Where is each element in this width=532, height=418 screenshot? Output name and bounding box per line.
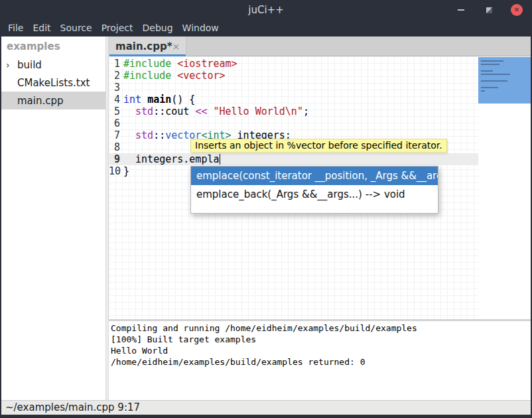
terminal-line: Hello World bbox=[111, 345, 531, 356]
code-text: int main() { bbox=[123, 94, 195, 105]
close-icon: ✕ bbox=[514, 4, 519, 16]
editor-line-3[interactable]: 3 bbox=[109, 82, 478, 94]
autocomplete-popup: emplace(const_iterator __position, _Args… bbox=[190, 166, 438, 214]
minimize-button[interactable] bbox=[455, 4, 467, 16]
line-number: 9 bbox=[109, 153, 123, 165]
minimap-code-line bbox=[481, 70, 493, 72]
code-text: #include <iostream> bbox=[123, 58, 237, 70]
editor-line-1[interactable]: 1#include <iostream> bbox=[109, 58, 478, 70]
editor-pane: main.cpp* × 1#include <iostream>2#includ… bbox=[109, 36, 531, 400]
file-tree: ›buildCMakeLists.txtmain.cpp bbox=[1, 56, 105, 109]
terminal-line: [100%] Built target examples bbox=[111, 334, 531, 345]
restore-icon bbox=[486, 7, 492, 13]
file-tree-sidebar: examples ›buildCMakeLists.txtmain.cpp bbox=[1, 36, 105, 400]
minimap-code-line bbox=[481, 64, 499, 65]
terminal-panel[interactable]: Compiling and running /home/eidheim/exam… bbox=[109, 321, 531, 400]
window-title: juCi++ bbox=[0, 0, 532, 20]
minimap-code-line bbox=[481, 80, 507, 82]
tab-main-cpp[interactable]: main.cpp* × bbox=[109, 36, 186, 56]
status-file-position: ~/examples/main.cpp 9:17 bbox=[5, 401, 140, 413]
menu-debug[interactable]: Debug bbox=[143, 20, 173, 36]
editor-line-6[interactable]: 6 bbox=[109, 117, 478, 129]
line-number: 5 bbox=[109, 105, 123, 117]
tab-close-icon[interactable]: × bbox=[172, 41, 180, 52]
tab-bar: main.cpp* × bbox=[109, 36, 531, 56]
line-number: 3 bbox=[109, 82, 123, 94]
minimap-code-line bbox=[481, 74, 510, 75]
line-number: 4 bbox=[109, 94, 123, 105]
minimap-code-line bbox=[481, 87, 498, 88]
editor-line-4[interactable]: 4int main() { bbox=[109, 94, 478, 105]
project-name: examples bbox=[1, 36, 105, 56]
line-number: 8 bbox=[109, 141, 123, 153]
close-button[interactable]: ✕ bbox=[511, 4, 523, 16]
menu-source[interactable]: Source bbox=[60, 20, 92, 36]
line-number: 10 bbox=[109, 165, 123, 177]
editor-line-5[interactable]: 5 std::cout << "Hello World\n"; bbox=[109, 105, 478, 117]
sidebar-item-cmakelists-txt[interactable]: CMakeLists.txt bbox=[1, 74, 105, 92]
titlebar: juCi++ ✕ bbox=[0, 0, 532, 20]
code-text: std::cout << "Hello World\n"; bbox=[123, 105, 309, 117]
autocomplete-item[interactable]: emplace_back(_Args &&__args...) --> void bbox=[191, 185, 438, 204]
editor-lines: 1#include <iostream>2#include <vector>34… bbox=[109, 58, 478, 177]
menu-edit[interactable]: Edit bbox=[33, 20, 50, 36]
menu-bar: FileEditSourceProjectDebugWindow bbox=[0, 20, 532, 36]
line-number: 1 bbox=[109, 58, 123, 70]
doc-tooltip: Inserts an object in %vector before spec… bbox=[190, 139, 447, 153]
file-label: build bbox=[17, 59, 42, 71]
sidebar-item-build[interactable]: ›build bbox=[1, 56, 105, 74]
text-cursor bbox=[220, 154, 220, 165]
editor-line-9[interactable]: 9 integers.empla bbox=[109, 153, 478, 165]
restore-button[interactable] bbox=[483, 4, 495, 16]
line-number: 6 bbox=[109, 117, 123, 129]
menu-project[interactable]: Project bbox=[101, 20, 133, 36]
app-window: juCi++ ✕ FileEditSourceProjectDebugWindo… bbox=[0, 0, 532, 418]
window-controls: ✕ bbox=[455, 0, 523, 20]
tab-label: main.cpp* bbox=[115, 40, 172, 52]
line-number: 2 bbox=[109, 70, 123, 82]
code-text: integers.empla bbox=[123, 153, 220, 165]
file-label: main.cpp bbox=[17, 95, 64, 107]
minimize-icon bbox=[458, 9, 464, 11]
minimap-code-line bbox=[481, 60, 503, 62]
minimap-viewport[interactable] bbox=[478, 57, 531, 104]
minimap-code-line bbox=[481, 90, 485, 92]
chevron-right-icon[interactable]: › bbox=[6, 60, 17, 70]
editor-line-2[interactable]: 2#include <vector> bbox=[109, 70, 478, 82]
terminal-line: /home/eidheim/examples/build/examples re… bbox=[111, 356, 531, 368]
terminal-line: Compiling and running /home/eidheim/exam… bbox=[111, 322, 531, 334]
code-editor[interactable]: 1#include <iostream>2#include <vector>34… bbox=[109, 56, 531, 319]
code-text: } bbox=[123, 165, 129, 177]
sidebar-item-main-cpp[interactable]: main.cpp bbox=[1, 92, 105, 109]
menu-file[interactable]: File bbox=[8, 20, 23, 36]
menu-window[interactable]: Window bbox=[182, 20, 219, 36]
minimap[interactable] bbox=[478, 56, 531, 319]
status-bar: ~/examples/main.cpp 9:17 bbox=[1, 400, 531, 415]
autocomplete-item[interactable]: emplace(const_iterator __position, _Args… bbox=[191, 167, 438, 185]
file-label: CMakeLists.txt bbox=[17, 77, 90, 89]
line-number: 7 bbox=[109, 129, 123, 141]
code-text: #include <vector> bbox=[123, 70, 226, 82]
